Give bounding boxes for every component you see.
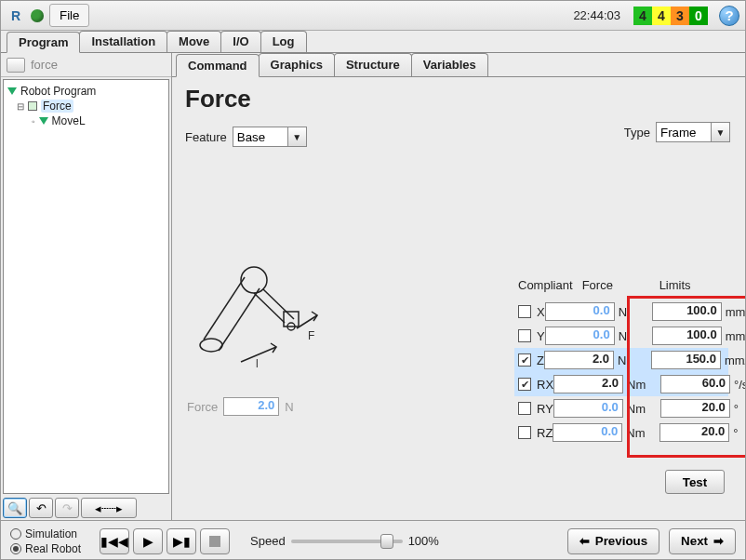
compliant-rx[interactable] [518,378,531,391]
tab-graphics[interactable]: Graphics [259,53,335,76]
file-menu[interactable]: File [49,4,89,27]
rewind-button[interactable]: ▮◀◀ [100,528,129,554]
tree-toolbar: 🔍 ↶ ↷ ◂┄┄▸ [1,496,171,520]
expand-icon: ◦ [32,116,35,127]
dropdown-icon[interactable]: ▼ [288,127,307,147]
svg-rect-6 [284,312,299,327]
tab-log[interactable]: Log [260,31,307,52]
axis-ry-label: RY [537,402,553,416]
menubar: R File 22:44:03 4 4 3 0 ? [1,1,745,31]
force-y[interactable]: 0.0 [545,327,615,345]
tree-movel[interactable]: ◦ MoveL [7,113,165,128]
feature-value[interactable] [233,127,288,147]
speed-slider[interactable] [291,540,403,543]
axis-row-y: Y 0.0N 100.0mm [518,324,728,348]
tab-installation[interactable]: Installation [79,31,167,52]
tree-root[interactable]: Robot Program [7,84,165,99]
file-bar: force [1,53,171,77]
force-x[interactable]: 0.0 [545,302,615,321]
limit-x[interactable]: 100.0 [652,302,722,321]
axis-row-rz: RZ 0.0Nm 20.0° [518,420,728,445]
limit-rx[interactable]: 60.0 [660,375,730,393]
undo-button[interactable]: ↶ [29,498,53,518]
compliant-ry[interactable] [518,402,531,415]
program-tree[interactable]: Robot Program ⊟ Force ◦ MoveL [3,79,169,494]
command-panel: Force Feature ▼ Type ▼ [172,77,745,520]
nav-button[interactable]: ◂┄┄▸ [81,498,137,518]
previous-button[interactable]: ⬅Previous [567,528,659,554]
node-icon [28,101,37,111]
type-label: Type [624,126,650,140]
play-button[interactable]: ▶ [133,528,163,554]
limit-y-unit: mm [726,329,746,343]
limit-rz[interactable]: 20.0 [659,423,729,442]
limit-z[interactable]: 150.0 [651,351,721,369]
limit-y[interactable]: 100.0 [652,327,722,345]
slider-thumb[interactable] [380,534,393,549]
svg-line-9 [241,347,276,362]
axis-x-label: X [537,305,545,319]
next-button[interactable]: Next➡ [669,528,736,554]
stop-button[interactable] [200,528,230,554]
svg-line-2 [219,288,260,351]
tab-move[interactable]: Move [167,31,221,52]
transport-controls: ▮◀◀ ▶ ▶▮ [100,528,230,554]
tab-command[interactable]: Command [176,54,260,77]
node-icon [39,117,48,125]
force-rx[interactable]: 2.0 [553,375,623,393]
limit-ry[interactable]: 20.0 [660,399,730,418]
force-z-unit: N [618,353,651,367]
diagram-force-unit: N [285,400,318,414]
force-rx-unit: Nm [627,378,660,392]
type-select[interactable]: ▼ [656,122,730,142]
svg-line-5 [254,293,285,323]
force-ry-unit: Nm [627,402,660,416]
compliant-x[interactable] [518,305,531,318]
globe-icon [31,9,44,22]
chip-1: 4 [652,7,671,25]
compliant-z[interactable] [518,353,531,367]
limit-x-unit: mm [726,305,746,319]
simulation-radio[interactable]: Simulation [10,527,81,540]
compliant-y[interactable] [518,329,531,342]
robot-diagram: F l Force 2.0 N [187,254,345,416]
compliant-rz[interactable] [518,426,531,439]
page-title: Force [185,85,732,113]
tree-movel-label: MoveL [52,114,86,127]
axis-y-label: Y [537,329,545,343]
diagram-force-label: Force [187,400,218,414]
type-value[interactable] [656,122,712,142]
axis-rz-label: RZ [537,426,553,440]
limit-z-unit: mm/s [725,353,746,367]
force-rz[interactable]: 0.0 [553,423,622,442]
arrow-right-icon: ➡ [713,534,724,548]
force-ry[interactable]: 0.0 [553,399,623,418]
limit-ry-unit: ° [734,402,746,416]
feature-select[interactable]: ▼ [233,127,307,147]
robot-svg: F l [187,254,336,375]
tab-program[interactable]: Program [7,32,80,53]
redo-button[interactable]: ↷ [55,498,79,518]
tab-io[interactable]: I/O [220,31,260,52]
dropdown-icon[interactable]: ▼ [712,122,730,142]
chip-0: 4 [633,7,652,25]
chip-2: 3 [671,7,689,25]
tree-force[interactable]: ⊟ Force [7,99,165,113]
tab-variables[interactable]: Variables [411,53,488,76]
force-z[interactable]: 2.0 [544,351,614,369]
axis-z-label: Z [537,353,544,367]
search-button[interactable]: 🔍 [3,498,27,518]
test-button[interactable]: Test [665,470,725,494]
forward-button[interactable]: ▶▮ [167,528,196,554]
tab-structure[interactable]: Structure [334,53,412,76]
real-robot-radio[interactable]: Real Robot [10,542,81,555]
stop-icon [209,536,220,547]
arrow-left-icon: ⬅ [579,534,590,548]
sub-tabs: Command Graphics Structure Variables [172,53,745,77]
axis-row-rx: RX 2.0Nm 60.0°/s [514,372,728,396]
speed-percent: 100% [408,534,439,548]
disk-icon [7,58,25,73]
footer: Simulation Real Robot ▮◀◀ ▶ ▶▮ Speed 100… [1,520,745,560]
svg-point-3 [241,267,267,293]
help-button[interactable]: ? [719,6,739,26]
